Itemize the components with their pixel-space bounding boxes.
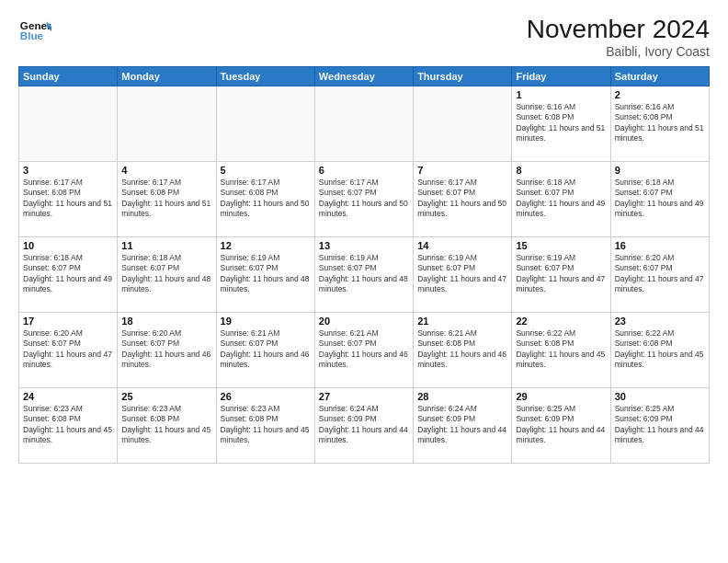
day-info: Sunrise: 6:19 AMSunset: 6:07 PMDaylight:…	[221, 253, 311, 295]
day-number: 10	[23, 240, 113, 251]
logo: General Blue	[18, 15, 51, 48]
logo-icon: General Blue	[18, 15, 51, 48]
calendar-day: 28Sunrise: 6:24 AMSunset: 6:09 PMDayligh…	[414, 388, 512, 464]
day-number: 12	[221, 240, 311, 251]
day-info: Sunrise: 6:25 AMSunset: 6:09 PMDaylight:…	[516, 404, 606, 446]
day-info: Sunrise: 6:17 AMSunset: 6:07 PMDaylight:…	[417, 178, 507, 220]
day-info: Sunrise: 6:21 AMSunset: 6:07 PMDaylight:…	[319, 328, 409, 371]
day-number: 26	[221, 391, 311, 402]
day-number: 8	[516, 165, 606, 176]
weekday-header-thursday: Thursday	[414, 67, 512, 86]
weekday-header-friday: Friday	[512, 67, 610, 86]
day-info: Sunrise: 6:22 AMSunset: 6:08 PMDaylight:…	[615, 328, 705, 371]
day-info: Sunrise: 6:23 AMSunset: 6:08 PMDaylight:…	[121, 404, 211, 446]
day-number: 1	[516, 89, 606, 100]
day-number: 7	[417, 165, 507, 176]
calendar-day	[314, 86, 413, 162]
day-info: Sunrise: 6:24 AMSunset: 6:09 PMDaylight:…	[417, 404, 507, 446]
day-number: 24	[23, 391, 113, 402]
calendar-day: 1Sunrise: 6:16 AMSunset: 6:08 PMDaylight…	[512, 86, 610, 162]
weekday-header-row: SundayMondayTuesdayWednesdayThursdayFrid…	[19, 67, 710, 86]
day-number: 11	[121, 240, 211, 251]
calendar-day: 11Sunrise: 6:18 AMSunset: 6:07 PMDayligh…	[118, 237, 216, 313]
day-number: 3	[23, 165, 113, 176]
day-info: Sunrise: 6:17 AMSunset: 6:08 PMDaylight:…	[23, 178, 113, 220]
calendar-day: 14Sunrise: 6:19 AMSunset: 6:07 PMDayligh…	[414, 237, 512, 313]
calendar-day: 27Sunrise: 6:24 AMSunset: 6:09 PMDayligh…	[314, 388, 413, 464]
day-number: 15	[516, 240, 606, 251]
day-info: Sunrise: 6:20 AMSunset: 6:07 PMDaylight:…	[23, 328, 113, 371]
day-number: 25	[121, 391, 211, 402]
day-info: Sunrise: 6:17 AMSunset: 6:08 PMDaylight:…	[221, 178, 311, 220]
day-number: 27	[319, 391, 409, 402]
day-number: 23	[615, 316, 705, 327]
calendar-day: 6Sunrise: 6:17 AMSunset: 6:07 PMDaylight…	[314, 162, 413, 237]
day-info: Sunrise: 6:20 AMSunset: 6:07 PMDaylight:…	[121, 328, 211, 371]
calendar-day: 18Sunrise: 6:20 AMSunset: 6:07 PMDayligh…	[118, 313, 216, 388]
calendar-day: 15Sunrise: 6:19 AMSunset: 6:07 PMDayligh…	[512, 237, 610, 313]
weekday-header-tuesday: Tuesday	[216, 67, 314, 86]
day-info: Sunrise: 6:21 AMSunset: 6:08 PMDaylight:…	[417, 328, 507, 371]
day-info: Sunrise: 6:16 AMSunset: 6:08 PMDaylight:…	[615, 102, 705, 144]
day-number: 14	[417, 240, 507, 251]
title-block: November 2024 Baibli, Ivory Coast	[527, 15, 710, 59]
calendar-day	[19, 86, 118, 162]
day-info: Sunrise: 6:17 AMSunset: 6:08 PMDaylight:…	[121, 178, 211, 220]
day-number: 29	[516, 391, 606, 402]
calendar-day: 23Sunrise: 6:22 AMSunset: 6:08 PMDayligh…	[610, 313, 709, 388]
calendar-day: 10Sunrise: 6:18 AMSunset: 6:07 PMDayligh…	[19, 237, 118, 313]
day-info: Sunrise: 6:18 AMSunset: 6:07 PMDaylight:…	[516, 178, 606, 220]
day-number: 30	[615, 391, 705, 402]
calendar-week-2: 3Sunrise: 6:17 AMSunset: 6:08 PMDaylight…	[19, 162, 710, 237]
day-number: 20	[319, 316, 409, 327]
day-number: 21	[417, 316, 507, 327]
day-number: 4	[121, 165, 211, 176]
calendar-day: 4Sunrise: 6:17 AMSunset: 6:08 PMDaylight…	[118, 162, 216, 237]
calendar-day: 30Sunrise: 6:25 AMSunset: 6:09 PMDayligh…	[610, 388, 709, 464]
day-info: Sunrise: 6:25 AMSunset: 6:09 PMDaylight:…	[615, 404, 705, 446]
calendar-day: 9Sunrise: 6:18 AMSunset: 6:07 PMDaylight…	[610, 162, 709, 237]
calendar-week-4: 17Sunrise: 6:20 AMSunset: 6:07 PMDayligh…	[19, 313, 710, 388]
calendar-day: 16Sunrise: 6:20 AMSunset: 6:07 PMDayligh…	[610, 237, 709, 313]
day-info: Sunrise: 6:18 AMSunset: 6:07 PMDaylight:…	[615, 178, 705, 220]
day-info: Sunrise: 6:22 AMSunset: 6:08 PMDaylight:…	[516, 328, 606, 371]
day-number: 2	[615, 89, 705, 100]
weekday-header-saturday: Saturday	[610, 67, 709, 86]
calendar-day	[414, 86, 512, 162]
calendar-day: 12Sunrise: 6:19 AMSunset: 6:07 PMDayligh…	[216, 237, 314, 313]
day-info: Sunrise: 6:21 AMSunset: 6:07 PMDaylight:…	[221, 328, 311, 371]
calendar-day: 5Sunrise: 6:17 AMSunset: 6:08 PMDaylight…	[216, 162, 314, 237]
day-number: 22	[516, 316, 606, 327]
calendar-day: 2Sunrise: 6:16 AMSunset: 6:08 PMDaylight…	[610, 86, 709, 162]
calendar-day	[118, 86, 216, 162]
day-info: Sunrise: 6:23 AMSunset: 6:08 PMDaylight:…	[221, 404, 311, 446]
calendar-day: 8Sunrise: 6:18 AMSunset: 6:07 PMDaylight…	[512, 162, 610, 237]
calendar-day: 26Sunrise: 6:23 AMSunset: 6:08 PMDayligh…	[216, 388, 314, 464]
day-info: Sunrise: 6:20 AMSunset: 6:07 PMDaylight:…	[615, 253, 705, 295]
calendar-day: 21Sunrise: 6:21 AMSunset: 6:08 PMDayligh…	[414, 313, 512, 388]
month-title: November 2024	[527, 15, 710, 44]
calendar-day: 22Sunrise: 6:22 AMSunset: 6:08 PMDayligh…	[512, 313, 610, 388]
day-number: 17	[23, 316, 113, 327]
day-info: Sunrise: 6:16 AMSunset: 6:08 PMDaylight:…	[516, 102, 606, 144]
calendar-day: 3Sunrise: 6:17 AMSunset: 6:08 PMDaylight…	[19, 162, 118, 237]
calendar-day: 7Sunrise: 6:17 AMSunset: 6:07 PMDaylight…	[414, 162, 512, 237]
day-info: Sunrise: 6:17 AMSunset: 6:07 PMDaylight:…	[319, 178, 409, 220]
day-number: 6	[319, 165, 409, 176]
day-number: 18	[121, 316, 211, 327]
day-info: Sunrise: 6:18 AMSunset: 6:07 PMDaylight:…	[23, 253, 113, 295]
day-number: 28	[417, 391, 507, 402]
day-number: 13	[319, 240, 409, 251]
page-header: General Blue November 2024 Baibli, Ivory…	[18, 15, 710, 59]
calendar-day: 13Sunrise: 6:19 AMSunset: 6:07 PMDayligh…	[314, 237, 413, 313]
calendar-day: 19Sunrise: 6:21 AMSunset: 6:07 PMDayligh…	[216, 313, 314, 388]
calendar-week-5: 24Sunrise: 6:23 AMSunset: 6:08 PMDayligh…	[19, 388, 710, 464]
day-info: Sunrise: 6:23 AMSunset: 6:08 PMDaylight:…	[23, 404, 113, 446]
calendar-day: 25Sunrise: 6:23 AMSunset: 6:08 PMDayligh…	[118, 388, 216, 464]
calendar-week-3: 10Sunrise: 6:18 AMSunset: 6:07 PMDayligh…	[19, 237, 710, 313]
day-info: Sunrise: 6:24 AMSunset: 6:09 PMDaylight:…	[319, 404, 409, 446]
calendar-day: 29Sunrise: 6:25 AMSunset: 6:09 PMDayligh…	[512, 388, 610, 464]
day-info: Sunrise: 6:18 AMSunset: 6:07 PMDaylight:…	[121, 253, 211, 295]
day-number: 9	[615, 165, 705, 176]
weekday-header-sunday: Sunday	[19, 67, 118, 86]
